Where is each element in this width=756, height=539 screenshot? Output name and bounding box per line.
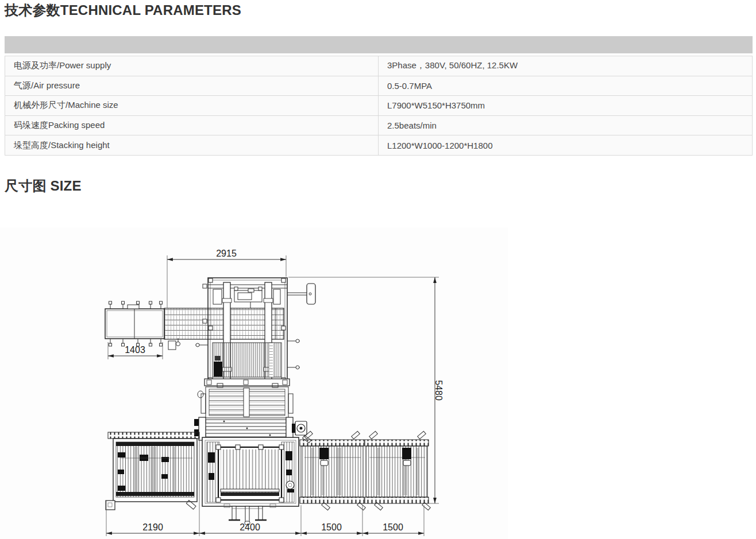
outfeed-conveyor-right-1 [300, 431, 365, 510]
param-value: 0.5-0.7MPA [379, 76, 752, 96]
dim-label: 5480 [434, 380, 443, 401]
dim-label: 2400 [240, 522, 260, 532]
side-arm-paddle [287, 284, 315, 304]
param-value: L1200*W1000-1200*H1800 [379, 135, 752, 155]
outfeed-conveyor-left [106, 432, 199, 510]
dim-label: 1500 [383, 522, 403, 532]
drive-motor [295, 421, 307, 435]
table-row: 码垛速度Packing speed 2.5beats/min [5, 116, 753, 136]
slat-curtain [213, 343, 281, 377]
dim-label: 2915 [216, 249, 237, 258]
param-label: 电源及功率/Power supply [5, 56, 379, 76]
param-value: 3Phase，380V, 50/60HZ, 12.5KW [379, 56, 752, 76]
table-row: 机械外形尺寸/Machine size L7900*W5150*H3750mm [5, 96, 753, 116]
table-row: 气源/Air pressure 0.5-0.7MPA [5, 76, 753, 96]
table-row: 垛型高度/Stacking height L1200*W1000-1200*H1… [5, 135, 753, 156]
dim-label: 1500 [321, 522, 342, 532]
sensor-bracket [168, 338, 180, 350]
table-header-bar [5, 36, 753, 53]
machine-top-view-diagram: 2915 1403 5480 2190 2400 1500 1500 [0, 227, 508, 539]
technical-parameters-table: 电源及功率/Power supply 3Phase，380V, 50/60HZ,… [5, 56, 753, 156]
hoist-section [194, 383, 311, 443]
pallet-press-station [202, 437, 299, 525]
param-label: 气源/Air pressure [5, 76, 379, 96]
size-section-title: 尺寸图 SIZE [5, 177, 82, 195]
param-label: 码垛速度Packing speed [5, 116, 379, 135]
support-legs [224, 504, 276, 525]
dimension-drawing: 2915 1403 5480 2190 2400 1500 1500 [0, 227, 508, 539]
dim-label: 1403 [125, 345, 145, 355]
table-row: 电源及功率/Power supply 3Phase，380V, 50/60HZ,… [5, 56, 753, 76]
param-label: 垛型高度/Stacking height [5, 135, 379, 155]
dimension-infeed-length: 1403 [108, 342, 163, 359]
dim-label: 2190 [142, 522, 163, 532]
param-label: 机械外形尺寸/Machine size [5, 96, 379, 115]
param-value: L7900*W5150*H3750mm [379, 96, 752, 115]
param-value: 2.5beats/min [379, 116, 752, 135]
technical-parameters-title: 技术参数TECHNICAL PARAMETERS [5, 1, 241, 20]
outfeed-conveyor-right-2 [365, 431, 430, 510]
